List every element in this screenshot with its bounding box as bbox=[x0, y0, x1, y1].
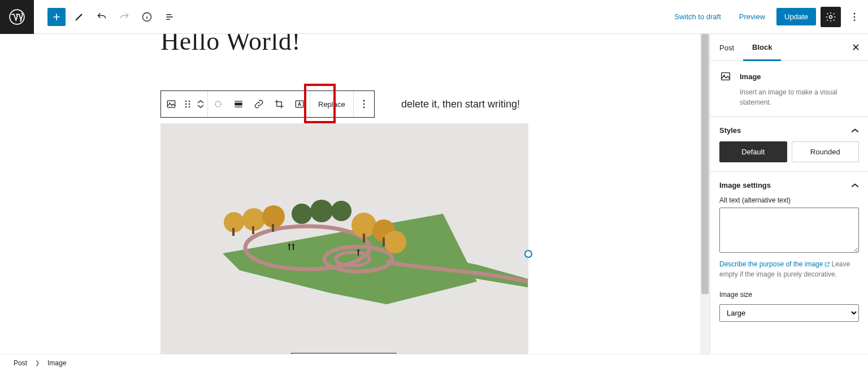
svg-point-33 bbox=[384, 231, 406, 253]
svg-point-41 bbox=[292, 244, 294, 246]
image-size-select[interactable]: Large bbox=[719, 304, 859, 322]
pencil-icon bbox=[73, 11, 85, 23]
link-icon bbox=[253, 98, 264, 110]
svg-point-18 bbox=[363, 103, 364, 105]
alt-help-text: Describe the purpose of the imageLeave e… bbox=[719, 259, 859, 279]
svg-rect-37 bbox=[363, 234, 365, 243]
image-block[interactable] bbox=[160, 123, 528, 354]
svg-point-10 bbox=[185, 103, 187, 105]
details-button[interactable] bbox=[138, 8, 156, 26]
svg-point-8 bbox=[185, 101, 187, 102]
breadcrumb-root[interactable]: Post bbox=[14, 359, 27, 367]
text-overlay-button[interactable] bbox=[289, 91, 310, 117]
wordpress-logo[interactable] bbox=[0, 0, 34, 34]
close-sidebar-button[interactable]: ✕ bbox=[844, 41, 868, 54]
block-more-button[interactable] bbox=[354, 91, 374, 117]
svg-rect-40 bbox=[289, 246, 290, 250]
crop-icon bbox=[274, 98, 285, 110]
image-content-park-render bbox=[160, 123, 528, 354]
editor-top-bar: Switch to draft Preview Update bbox=[0, 0, 868, 34]
editor-canvas[interactable]: Hello World! delete it, then start writi… bbox=[0, 34, 710, 354]
top-right-actions: Switch to draft Preview Update bbox=[667, 7, 868, 27]
svg-point-2 bbox=[830, 15, 832, 18]
styles-heading: Styles bbox=[719, 126, 741, 135]
text-over-image-icon bbox=[294, 98, 305, 110]
tools-button[interactable] bbox=[70, 8, 88, 26]
svg-point-28 bbox=[292, 204, 312, 224]
style-default-button[interactable]: Default bbox=[719, 141, 787, 162]
scrollbar-thumb[interactable] bbox=[701, 34, 709, 294]
chevron-up-icon bbox=[197, 100, 204, 104]
align-icon bbox=[212, 98, 224, 110]
switch-to-draft-button[interactable]: Switch to draft bbox=[667, 8, 727, 25]
top-left-tools bbox=[34, 8, 179, 26]
preview-button[interactable]: Preview bbox=[732, 8, 772, 25]
svg-point-5 bbox=[854, 19, 856, 21]
redo-icon bbox=[119, 11, 130, 23]
crop-button[interactable] bbox=[269, 91, 289, 117]
block-toolbar: Replace bbox=[160, 90, 375, 118]
svg-point-30 bbox=[331, 201, 351, 221]
update-button[interactable]: Update bbox=[776, 8, 816, 25]
drag-handle[interactable] bbox=[181, 91, 194, 117]
list-view-icon bbox=[164, 11, 175, 23]
svg-point-11 bbox=[189, 103, 190, 105]
svg-point-7 bbox=[169, 102, 170, 103]
svg-rect-35 bbox=[252, 226, 254, 234]
breadcrumb-current: Image bbox=[47, 359, 66, 367]
image-icon bbox=[166, 98, 177, 110]
kebab-icon bbox=[849, 11, 860, 23]
svg-rect-15 bbox=[235, 103, 242, 106]
align-full-icon bbox=[233, 98, 244, 110]
svg-point-29 bbox=[310, 200, 333, 222]
wordpress-icon bbox=[9, 9, 25, 25]
align-button[interactable] bbox=[208, 91, 228, 117]
block-description: Insert an image to make a visual stateme… bbox=[740, 87, 859, 107]
svg-rect-42 bbox=[293, 246, 294, 250]
svg-point-13 bbox=[189, 106, 190, 108]
block-name: Image bbox=[740, 72, 761, 81]
workspace: Hello World! delete it, then start writi… bbox=[0, 34, 868, 354]
alt-help-link[interactable]: Describe the purpose of the image bbox=[719, 260, 823, 268]
style-rounded-button[interactable]: Rounded bbox=[792, 141, 860, 162]
chevron-up-icon[interactable] bbox=[851, 127, 859, 135]
svg-rect-44 bbox=[358, 252, 359, 256]
link-button[interactable] bbox=[249, 91, 269, 117]
svg-point-12 bbox=[185, 106, 187, 108]
info-icon bbox=[141, 11, 153, 23]
svg-point-19 bbox=[363, 107, 364, 109]
external-link-icon bbox=[824, 261, 830, 268]
redo-button[interactable] bbox=[115, 8, 133, 26]
svg-rect-36 bbox=[272, 224, 274, 232]
image-size-label: Image size bbox=[719, 291, 859, 299]
undo-button[interactable] bbox=[93, 8, 111, 26]
svg-rect-34 bbox=[232, 228, 235, 236]
alt-text-label: Alt text (alternative text) bbox=[719, 196, 859, 204]
canvas-wrap: Hello World! delete it, then start writi… bbox=[0, 34, 710, 354]
tab-post[interactable]: Post bbox=[710, 34, 743, 60]
settings-button[interactable] bbox=[821, 7, 841, 27]
post-title[interactable]: Hello World! bbox=[160, 34, 301, 56]
drag-icon bbox=[184, 98, 192, 110]
block-type-image-button[interactable] bbox=[161, 91, 181, 117]
replace-button[interactable]: Replace bbox=[310, 100, 353, 109]
settings-sidebar: Post Block ✕ Image Insert an image to ma… bbox=[710, 34, 868, 354]
width-button[interactable] bbox=[228, 91, 249, 117]
block-breadcrumb: Post ❯ Image bbox=[0, 354, 868, 371]
alt-text-field[interactable] bbox=[719, 208, 859, 253]
more-options-button[interactable] bbox=[845, 8, 863, 26]
tab-block[interactable]: Block bbox=[743, 34, 781, 61]
svg-point-46 bbox=[723, 75, 724, 76]
resize-handle-right[interactable] bbox=[524, 250, 532, 258]
move-arrows[interactable] bbox=[194, 100, 207, 109]
chevron-right-icon: ❯ bbox=[35, 360, 40, 366]
chevron-down-icon bbox=[197, 104, 204, 109]
svg-rect-45 bbox=[722, 73, 730, 80]
editor-scrollbar[interactable] bbox=[700, 34, 710, 354]
block-inserter-button[interactable] bbox=[47, 8, 66, 26]
svg-point-39 bbox=[288, 244, 290, 246]
image-icon bbox=[719, 70, 732, 83]
list-view-button[interactable] bbox=[160, 8, 179, 26]
svg-point-4 bbox=[854, 16, 856, 18]
chevron-up-icon[interactable] bbox=[851, 182, 859, 189]
